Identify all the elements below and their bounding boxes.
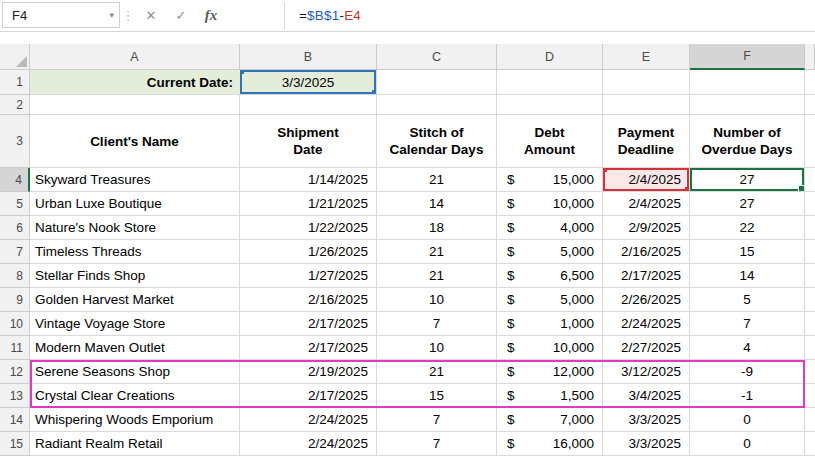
cell-payment-deadline[interactable]: 2/9/2025 [603,216,690,240]
cell-client-name[interactable]: Golden Harvest Market [30,288,240,312]
column-header-d[interactable]: D [497,44,603,70]
cell-client-name[interactable]: Radiant Realm Retail [30,432,240,456]
cell-stitch-days[interactable]: 7 [377,408,497,432]
cell-c1[interactable] [377,70,497,95]
cell-overdue-days[interactable]: 27 [690,192,805,216]
cell-stitch-days[interactable]: 7 [377,432,497,456]
column-header-a[interactable]: A [30,44,240,70]
cell-e1[interactable] [603,70,690,95]
cell-debt-amount[interactable]: $12,000 [497,360,603,384]
row-header[interactable]: 9 [0,288,30,312]
cell-shipment-date[interactable]: 1/22/2025 [240,216,377,240]
row-header[interactable]: 11 [0,336,30,360]
cell-d2[interactable] [497,95,603,115]
cell-debt-amount[interactable]: $4,000 [497,216,603,240]
row-header[interactable]: 14 [0,408,30,432]
cell-shipment-date[interactable]: 2/24/2025 [240,432,377,456]
row-header[interactable]: 7 [0,240,30,264]
cell-a1-current-date-label[interactable]: Current Date: [30,70,240,95]
row-header[interactable]: 8 [0,264,30,288]
cell-payment-deadline[interactable]: 3/4/2025 [603,384,690,408]
column-header-e[interactable]: E [603,44,690,70]
cell-client-name[interactable]: Nature's Nook Store [30,216,240,240]
header-overdue-days[interactable]: Number of Overdue Days [690,115,805,168]
cell-shipment-date[interactable]: 2/17/2025 [240,312,377,336]
cell-payment-deadline[interactable]: 2/4/2025 [603,168,690,192]
cell-b2[interactable] [240,95,377,115]
cell-overdue-days[interactable]: 27 [690,168,805,192]
cell-overdue-days[interactable]: -1 [690,384,805,408]
cell-client-name[interactable]: Modern Maven Outlet [30,336,240,360]
header-stitch-calendar-days[interactable]: Stitch of Calendar Days [377,115,497,168]
cell-overdue-days[interactable]: 0 [690,432,805,456]
cell-stitch-days[interactable]: 21 [377,360,497,384]
row-header[interactable]: 13 [0,384,30,408]
cell-stitch-days[interactable]: 18 [377,216,497,240]
name-box[interactable]: F4 ▾ [2,2,120,28]
cell-e2[interactable] [603,95,690,115]
cell-f1[interactable] [690,70,805,95]
cell-d1[interactable] [497,70,603,95]
cell-stitch-days[interactable]: 21 [377,240,497,264]
cell-debt-amount[interactable]: $15,000 [497,168,603,192]
cell-debt-amount[interactable]: $6,500 [497,264,603,288]
cell-b1-current-date-value[interactable]: 3/3/2025 [240,70,377,95]
cell-debt-amount[interactable]: $16,000 [497,432,603,456]
row-header[interactable]: 6 [0,216,30,240]
cell-shipment-date[interactable]: 2/19/2025 [240,360,377,384]
formula-input[interactable]: =$B$1-E4 [285,0,815,31]
cell-shipment-date[interactable]: 2/24/2025 [240,408,377,432]
column-header-c[interactable]: C [377,44,497,70]
cell-stitch-days[interactable]: 15 [377,384,497,408]
cell-overdue-days[interactable]: 22 [690,216,805,240]
cell-shipment-date[interactable]: 1/27/2025 [240,264,377,288]
cell-overdue-days[interactable]: 5 [690,288,805,312]
cell-debt-amount[interactable]: $10,000 [497,192,603,216]
enter-icon[interactable]: ✓ [166,0,196,31]
header-shipment-date[interactable]: Shipment Date [240,115,377,168]
header-payment-deadline[interactable]: Payment Deadline [603,115,690,168]
cell-shipment-date[interactable]: 2/16/2025 [240,288,377,312]
cell-stitch-days[interactable]: 21 [377,264,497,288]
cell-payment-deadline[interactable]: 2/17/2025 [603,264,690,288]
column-header-b[interactable]: B [240,44,377,70]
cell-debt-amount[interactable]: $5,000 [497,288,603,312]
header-debt-amount[interactable]: Debt Amount [497,115,603,168]
header-clients-name[interactable]: Client's Name [30,115,240,168]
name-box-dropdown-icon[interactable]: ▾ [103,10,114,20]
cell-overdue-days[interactable]: 15 [690,240,805,264]
cell-payment-deadline[interactable]: 3/12/2025 [603,360,690,384]
cell-payment-deadline[interactable]: 3/3/2025 [603,432,690,456]
cell-debt-amount[interactable]: $10,000 [497,336,603,360]
cell-client-name[interactable]: Vintage Voyage Store [30,312,240,336]
cell-overdue-days[interactable]: 14 [690,264,805,288]
cell-payment-deadline[interactable]: 2/4/2025 [603,192,690,216]
cell-client-name[interactable]: Urban Luxe Boutique [30,192,240,216]
row-header[interactable]: 5 [0,192,30,216]
cell-shipment-date[interactable]: 1/26/2025 [240,240,377,264]
cell-client-name[interactable]: Timeless Threads [30,240,240,264]
cell-shipment-date[interactable]: 2/17/2025 [240,336,377,360]
cell-overdue-days[interactable]: 7 [690,312,805,336]
cell-debt-amount[interactable]: $1,000 [497,312,603,336]
cell-stitch-days[interactable]: 10 [377,288,497,312]
cell-debt-amount[interactable]: $5,000 [497,240,603,264]
cell-stitch-days[interactable]: 7 [377,312,497,336]
cell-payment-deadline[interactable]: 3/3/2025 [603,408,690,432]
cell-shipment-date[interactable]: 1/14/2025 [240,168,377,192]
row-header[interactable]: 15 [0,432,30,456]
cell-a2[interactable] [30,95,240,115]
row-header-2[interactable]: 2 [0,95,30,115]
cell-stitch-days[interactable]: 10 [377,336,497,360]
cell-shipment-date[interactable]: 1/21/2025 [240,192,377,216]
cell-client-name[interactable]: Crystal Clear Creations [30,384,240,408]
cell-client-name[interactable]: Stellar Finds Shop [30,264,240,288]
row-header[interactable]: 4 [0,168,30,192]
cell-stitch-days[interactable]: 14 [377,192,497,216]
cell-client-name[interactable]: Serene Seasons Shop [30,360,240,384]
cell-overdue-days[interactable]: 0 [690,408,805,432]
cell-overdue-days[interactable]: -9 [690,360,805,384]
row-header[interactable]: 10 [0,312,30,336]
cell-debt-amount[interactable]: $1,500 [497,384,603,408]
cancel-icon[interactable]: ✕ [136,0,166,31]
